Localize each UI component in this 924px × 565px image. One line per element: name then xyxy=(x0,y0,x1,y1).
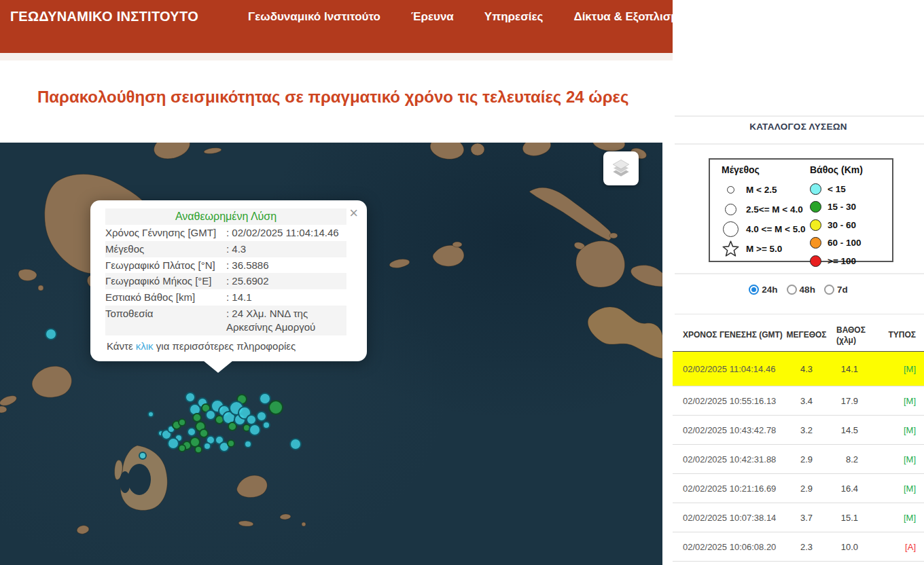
cell-time: 02/02/2025 10:06:08.20 xyxy=(683,542,786,552)
legend-magnitude-column: Μέγεθος M < 2.52.5<= M < 4.04.0 <= M < 5… xyxy=(722,164,808,259)
legend-label: 30 - 60 xyxy=(828,220,856,230)
site-logo[interactable]: ΓΕΩΔΥΝΑΜΙΚΟ ΙΝΣΤΙΤΟΥΤΟ xyxy=(10,9,198,24)
seismicity-map[interactable]: × Αναθεωρημένη Λύση Χρόνος Γέννησης [GMT… xyxy=(0,143,662,565)
earthquake-marker[interactable] xyxy=(185,392,196,403)
radio-dot xyxy=(751,287,756,292)
popup-row-value: : 24 Χλμ. ΝΝΔ της Αρκεσίνης Αμοργού xyxy=(226,307,346,334)
popup-row: Τοποθεσία: 24 Χλμ. ΝΝΔ της Αρκεσίνης Αμο… xyxy=(105,306,346,335)
earthquake-popup: × Αναθεωρημένη Λύση Χρόνος Γέννησης [GMT… xyxy=(90,200,367,361)
col-header-type: ΤΥΠΟΣ xyxy=(869,330,924,340)
earthquake-marker[interactable] xyxy=(45,328,57,340)
legend-label: 2.5<= M < 4.0 xyxy=(746,204,803,215)
table-row[interactable]: 02/02/2025 10:07:38.143.715.1[M] xyxy=(673,503,924,532)
legend-magnitude-item: 2.5<= M < 4.0 xyxy=(722,200,808,219)
col-header-magnitude: ΜΕΓΕΘΟΣ xyxy=(786,330,827,340)
cell-magnitude: 2.3 xyxy=(786,542,827,552)
popup-pointer xyxy=(203,361,233,373)
earthquake-marker[interactable] xyxy=(147,411,154,418)
earthquake-marker[interactable] xyxy=(268,400,283,415)
legend-label: 15 - 30 xyxy=(828,202,856,212)
earthquake-marker[interactable] xyxy=(227,439,235,448)
popup-row-value: : 25.6902 xyxy=(226,274,346,288)
page-title: Παρακολούθηση σεισμικότητας σε πραγματικ… xyxy=(37,88,628,107)
earthquake-marker[interactable] xyxy=(178,444,186,452)
col-header-time: ΧΡΟΝΟΣ ΓΕΝΕΣΗΣ (GMT) xyxy=(683,330,786,340)
legend-magnitude-rows: M < 2.52.5<= M < 4.04.0 <= M < 5.0M >= 5… xyxy=(722,180,808,259)
legend-magnitude-item: M < 2.5 xyxy=(722,180,808,200)
table-row[interactable]: 02/02/2025 10:06:08.202.310.0[A] xyxy=(673,532,924,562)
cell-type: [A] xyxy=(869,542,924,552)
period-option-7d[interactable]: 7d xyxy=(824,285,848,295)
earthquake-marker[interactable] xyxy=(244,440,252,448)
cell-type: [M] xyxy=(869,454,924,464)
legend-depth-title: Βάθος (Km) xyxy=(810,164,890,175)
legend-depth-item: 15 - 30 xyxy=(810,198,890,217)
depth-circle-icon xyxy=(810,183,821,195)
popup-row: Χρόνος Γέννησης [GMT]: 02/02/2025 11:04:… xyxy=(105,225,346,241)
cell-time: 02/02/2025 10:55:16.13 xyxy=(683,396,786,406)
legend-label: >= 100 xyxy=(828,256,856,266)
cell-time: 02/02/2025 10:42:31.88 xyxy=(683,454,786,464)
cell-type: [M] xyxy=(869,425,924,435)
legend-magnitude-title: Μέγεθος xyxy=(722,164,808,175)
depth-circle-icon xyxy=(810,219,821,231)
close-icon[interactable]: × xyxy=(349,206,358,221)
map-layers-button[interactable] xyxy=(603,151,639,185)
legend-label: M >= 5.0 xyxy=(746,244,782,254)
cell-magnitude: 3.4 xyxy=(786,396,827,406)
period-option-24h[interactable]: 24h xyxy=(749,285,777,295)
cell-depth: 14.5 xyxy=(827,425,869,435)
table-row[interactable]: 02/02/2025 10:55:16.133.417.9[M] xyxy=(673,386,924,416)
legend-depth-item: < 15 xyxy=(810,180,890,198)
table-row[interactable]: 02/02/2025 10:43:42.783.214.5[M] xyxy=(673,416,924,445)
nav-item[interactable]: Έρευνα xyxy=(411,10,454,24)
earthquake-marker[interactable] xyxy=(262,421,270,429)
earthquake-marker[interactable] xyxy=(187,427,196,437)
popup-rows: Χρόνος Γέννησης [GMT]: 02/02/2025 11:04:… xyxy=(105,225,346,335)
earthquake-marker[interactable] xyxy=(249,424,261,436)
magnitude-circle xyxy=(723,221,739,237)
magnitude-circle xyxy=(725,204,736,215)
footer-text-pre: Κάντε xyxy=(107,340,136,352)
popup-row: Γεωγραφικό Πλάτος [°N]: 36.5886 xyxy=(105,257,346,274)
radio-icon xyxy=(787,285,797,295)
period-option-48h[interactable]: 48h xyxy=(787,285,815,295)
radio-icon xyxy=(824,285,834,295)
popup-row-label: Μέγεθος xyxy=(105,242,226,256)
earthquake-marker[interactable] xyxy=(256,411,267,422)
period-label: 24h xyxy=(762,285,777,295)
cell-magnitude: 3.7 xyxy=(786,513,827,523)
popup-row-label: Χρόνος Γέννησης [GMT] xyxy=(105,226,226,240)
earthquake-marker[interactable] xyxy=(139,452,147,460)
earthquake-marker[interactable] xyxy=(178,418,186,426)
popup-row-value: : 36.5886 xyxy=(226,259,346,272)
cell-depth: 17.9 xyxy=(827,396,869,406)
layers-icon xyxy=(608,156,634,181)
col-header-depth: ΒΑΘΟΣ (χλμ) xyxy=(827,325,869,345)
nav-item[interactable]: Υπηρεσίες xyxy=(484,10,544,24)
period-label: 7d xyxy=(837,285,848,295)
table-row[interactable]: 02/02/2025 10:42:31.882.98.2[M] xyxy=(673,445,924,474)
legend-depth-column: Βάθος (Km) < 1515 - 3030 - 6060 - 100>= … xyxy=(810,164,890,270)
popup-row-label: Γεωγραφικό Μήκος [°E] xyxy=(105,274,226,288)
earthquake-marker[interactable] xyxy=(289,438,302,450)
period-selector: 24h48h7d xyxy=(673,285,924,295)
earthquake-marker[interactable] xyxy=(259,393,271,405)
nav-item[interactable]: Γεωδυναμικό Ινστιτούτο xyxy=(248,10,380,24)
cell-type: [M] xyxy=(869,364,924,374)
star-icon xyxy=(722,238,740,259)
legend-depth-rows: < 1515 - 3030 - 6060 - 100>= 100 xyxy=(810,180,890,270)
period-label: 48h xyxy=(800,285,815,295)
earthquake-marker[interactable] xyxy=(194,445,202,454)
table-row[interactable]: 02/02/2025 11:04:14.464.314.1[M] xyxy=(673,352,924,386)
legend-magnitude-item: 4.0 <= M < 5.0 xyxy=(722,219,808,239)
popup-row-value: : 02/02/2025 11:04:14.46 xyxy=(226,226,346,240)
table-row[interactable]: 02/02/2025 10:21:16.692.916.4[M] xyxy=(673,474,924,503)
legend-depth-item: 60 - 100 xyxy=(810,234,890,253)
depth-circle-icon xyxy=(810,201,821,213)
cell-depth: 10.0 xyxy=(827,542,869,552)
more-info-link[interactable]: κλικ xyxy=(136,340,154,352)
cell-time: 02/02/2025 10:43:42.78 xyxy=(683,425,786,435)
earthquake-marker[interactable] xyxy=(203,442,211,450)
popup-row-label: Τοποθεσία xyxy=(105,307,226,334)
